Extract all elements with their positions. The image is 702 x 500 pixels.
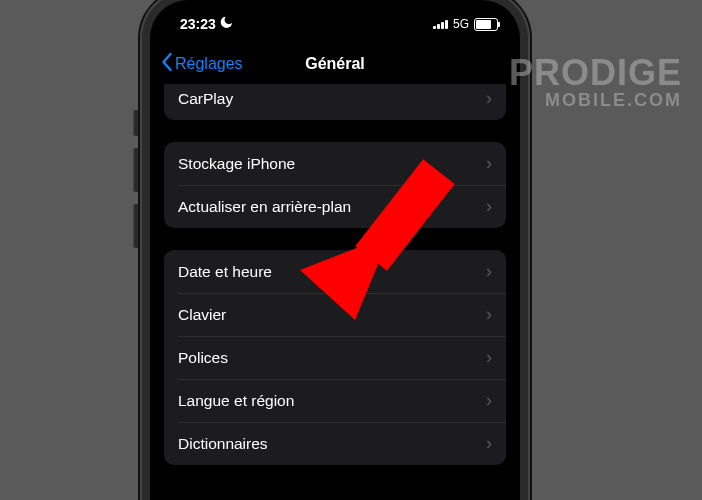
phone-frame: 23:23 5G Réglages Général (140, 0, 530, 500)
phone-notch (250, 0, 420, 26)
row-label: Date et heure (178, 263, 272, 281)
row-language-region[interactable]: Langue et région › (164, 379, 506, 422)
row-storage-iphone[interactable]: Stockage iPhone › (164, 142, 506, 185)
settings-group-date-keyboard: Date et heure › Clavier › Polices › Lang… (164, 250, 506, 465)
chevron-right-icon: › (486, 433, 492, 454)
phone-screen: 23:23 5G Réglages Général (150, 0, 520, 500)
settings-group-carplay: CarPlay › (164, 84, 506, 120)
row-label: CarPlay (178, 90, 233, 108)
network-label: 5G (453, 17, 469, 31)
row-dictionaries[interactable]: Dictionnaires › (164, 422, 506, 465)
row-fonts[interactable]: Polices › (164, 336, 506, 379)
row-label: Clavier (178, 306, 226, 324)
chevron-right-icon: › (486, 347, 492, 368)
settings-group-storage: Stockage iPhone › Actualiser en arrière-… (164, 142, 506, 228)
status-time: 23:23 (180, 16, 216, 32)
row-carplay[interactable]: CarPlay › (164, 84, 506, 120)
do-not-disturb-icon (220, 16, 233, 32)
row-background-refresh[interactable]: Actualiser en arrière-plan › (164, 185, 506, 228)
watermark-line2: MOBILE.COM (509, 91, 682, 109)
row-label: Langue et région (178, 392, 294, 410)
chevron-right-icon: › (486, 390, 492, 411)
back-button[interactable]: Réglages (160, 52, 243, 76)
signal-icon (433, 19, 448, 29)
row-date-time[interactable]: Date et heure › (164, 250, 506, 293)
row-label: Dictionnaires (178, 435, 268, 453)
row-label: Stockage iPhone (178, 155, 295, 173)
chevron-right-icon: › (486, 196, 492, 217)
nav-header: Réglages Général (150, 44, 520, 84)
page-title: Général (305, 55, 365, 73)
chevron-right-icon: › (486, 261, 492, 282)
row-label: Polices (178, 349, 228, 367)
chevron-right-icon: › (486, 88, 492, 109)
watermark-line1: PRODIGE (509, 55, 682, 91)
back-label: Réglages (175, 55, 243, 73)
row-label: Actualiser en arrière-plan (178, 198, 351, 216)
row-keyboard[interactable]: Clavier › (164, 293, 506, 336)
watermark: PRODIGE MOBILE.COM (509, 55, 682, 109)
chevron-right-icon: › (486, 304, 492, 325)
battery-icon (474, 18, 498, 31)
chevron-right-icon: › (486, 153, 492, 174)
chevron-left-icon (160, 52, 173, 76)
phone-side-buttons-left (133, 110, 138, 260)
